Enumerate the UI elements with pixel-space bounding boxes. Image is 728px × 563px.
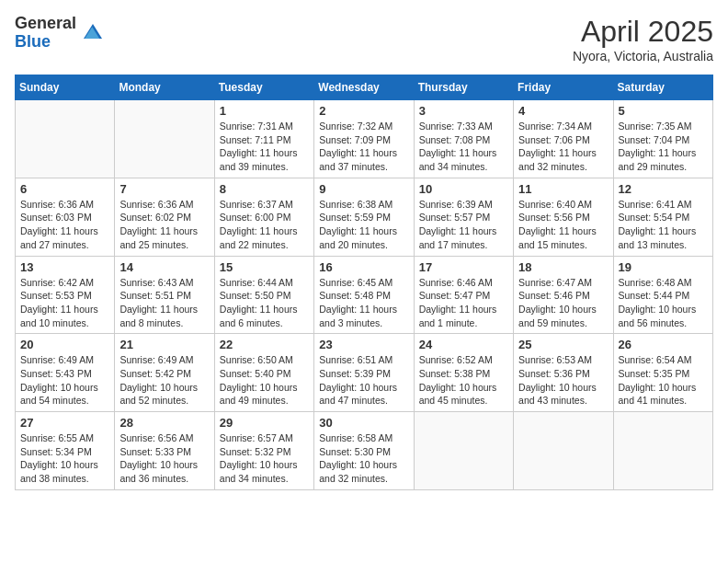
- calendar-cell: [613, 412, 712, 490]
- day-number: 25: [518, 338, 608, 351]
- day-number: 15: [220, 260, 309, 274]
- calendar-cell: 5Sunrise: 7:35 AM Sunset: 7:04 PM Daylig…: [613, 100, 712, 178]
- day-number: 16: [319, 260, 408, 274]
- day-detail: Sunrise: 6:57 AM Sunset: 5:32 PM Dayligh…: [220, 431, 309, 486]
- day-number: 19: [619, 260, 708, 274]
- day-detail: Sunrise: 6:49 AM Sunset: 5:43 PM Dayligh…: [20, 353, 109, 408]
- day-number: 2: [319, 104, 408, 118]
- calendar-cell: 6Sunrise: 6:36 AM Sunset: 6:03 PM Daylig…: [16, 178, 115, 256]
- day-detail: Sunrise: 7:33 AM Sunset: 7:08 PM Dayligh…: [419, 120, 508, 174]
- day-detail: Sunrise: 6:43 AM Sunset: 5:51 PM Dayligh…: [119, 276, 209, 330]
- calendar-cell: 2Sunrise: 7:32 AM Sunset: 7:09 PM Daylig…: [314, 100, 414, 178]
- day-detail: Sunrise: 6:41 AM Sunset: 5:54 PM Dayligh…: [619, 198, 708, 252]
- calendar-cell: 8Sunrise: 6:37 AM Sunset: 6:00 PM Daylig…: [214, 178, 313, 256]
- weekday-header-saturday: Saturday: [613, 75, 712, 100]
- day-number: 30: [319, 416, 408, 430]
- day-detail: Sunrise: 6:36 AM Sunset: 6:03 PM Dayligh…: [20, 198, 109, 252]
- calendar-cell: 21Sunrise: 6:49 AM Sunset: 5:42 PM Dayli…: [115, 334, 214, 412]
- calendar-cell: 14Sunrise: 6:43 AM Sunset: 5:51 PM Dayli…: [115, 256, 214, 334]
- day-number: 29: [220, 416, 309, 430]
- day-number: 18: [518, 260, 608, 274]
- logo-blue-text: Blue: [15, 33, 76, 52]
- calendar-week-row: 20Sunrise: 6:49 AM Sunset: 5:43 PM Dayli…: [16, 334, 713, 412]
- day-number: 6: [20, 182, 109, 196]
- day-detail: Sunrise: 6:44 AM Sunset: 5:50 PM Dayligh…: [220, 276, 309, 330]
- weekday-header-sunday: Sunday: [16, 75, 115, 100]
- day-detail: Sunrise: 6:56 AM Sunset: 5:33 PM Dayligh…: [119, 431, 209, 486]
- location: Nyora, Victoria, Australia: [573, 49, 713, 63]
- weekday-header-friday: Friday: [514, 75, 613, 100]
- day-detail: Sunrise: 6:54 AM Sunset: 5:35 PM Dayligh…: [619, 353, 708, 408]
- calendar-cell: 9Sunrise: 6:38 AM Sunset: 5:59 PM Daylig…: [314, 178, 414, 256]
- page-header: General Blue April 2025 Nyora, Victoria,…: [15, 15, 713, 63]
- calendar-cell: 23Sunrise: 6:51 AM Sunset: 5:39 PM Dayli…: [314, 334, 414, 412]
- day-number: 13: [20, 260, 109, 274]
- day-detail: Sunrise: 6:48 AM Sunset: 5:44 PM Dayligh…: [619, 276, 708, 330]
- calendar-cell: [16, 100, 115, 178]
- weekday-header-thursday: Thursday: [414, 75, 513, 100]
- calendar-cell: 22Sunrise: 6:50 AM Sunset: 5:40 PM Dayli…: [214, 334, 313, 412]
- calendar-cell: 10Sunrise: 6:39 AM Sunset: 5:57 PM Dayli…: [414, 178, 513, 256]
- day-detail: Sunrise: 6:37 AM Sunset: 6:00 PM Dayligh…: [220, 198, 309, 252]
- calendar-cell: 3Sunrise: 7:33 AM Sunset: 7:08 PM Daylig…: [414, 100, 513, 178]
- day-number: 27: [20, 416, 109, 430]
- day-number: 12: [619, 182, 708, 196]
- calendar-cell: 30Sunrise: 6:58 AM Sunset: 5:30 PM Dayli…: [314, 412, 414, 490]
- calendar-cell: 4Sunrise: 7:34 AM Sunset: 7:06 PM Daylig…: [514, 100, 613, 178]
- day-detail: Sunrise: 6:55 AM Sunset: 5:34 PM Dayligh…: [20, 431, 109, 486]
- day-detail: Sunrise: 6:42 AM Sunset: 5:53 PM Dayligh…: [20, 276, 109, 330]
- calendar-cell: 29Sunrise: 6:57 AM Sunset: 5:32 PM Dayli…: [214, 412, 313, 490]
- day-detail: Sunrise: 6:40 AM Sunset: 5:56 PM Dayligh…: [518, 198, 608, 252]
- day-number: 17: [419, 260, 508, 274]
- day-detail: Sunrise: 6:45 AM Sunset: 5:48 PM Dayligh…: [319, 276, 408, 330]
- calendar-cell: [514, 412, 613, 490]
- calendar-cell: [414, 412, 513, 490]
- calendar-cell: 16Sunrise: 6:45 AM Sunset: 5:48 PM Dayli…: [314, 256, 414, 334]
- day-detail: Sunrise: 7:32 AM Sunset: 7:09 PM Dayligh…: [319, 120, 408, 174]
- calendar-week-row: 6Sunrise: 6:36 AM Sunset: 6:03 PM Daylig…: [16, 178, 713, 256]
- day-detail: Sunrise: 6:49 AM Sunset: 5:42 PM Dayligh…: [119, 353, 209, 408]
- logo-icon: [80, 20, 106, 46]
- month-title: April 2025: [573, 15, 713, 49]
- logo: General Blue: [15, 15, 106, 52]
- calendar-cell: 7Sunrise: 6:36 AM Sunset: 6:02 PM Daylig…: [115, 178, 214, 256]
- day-number: 8: [220, 182, 309, 196]
- calendar-cell: 13Sunrise: 6:42 AM Sunset: 5:53 PM Dayli…: [16, 256, 115, 334]
- calendar-cell: 24Sunrise: 6:52 AM Sunset: 5:38 PM Dayli…: [414, 334, 513, 412]
- calendar-cell: 17Sunrise: 6:46 AM Sunset: 5:47 PM Dayli…: [414, 256, 513, 334]
- calendar-cell: 26Sunrise: 6:54 AM Sunset: 5:35 PM Dayli…: [613, 334, 712, 412]
- calendar-cell: 15Sunrise: 6:44 AM Sunset: 5:50 PM Dayli…: [214, 256, 313, 334]
- day-detail: Sunrise: 6:52 AM Sunset: 5:38 PM Dayligh…: [419, 353, 508, 408]
- day-number: 14: [119, 260, 209, 274]
- calendar-week-row: 27Sunrise: 6:55 AM Sunset: 5:34 PM Dayli…: [16, 412, 713, 490]
- weekday-header-tuesday: Tuesday: [214, 75, 313, 100]
- day-number: 24: [419, 338, 508, 351]
- day-number: 21: [119, 338, 209, 351]
- weekday-header-wednesday: Wednesday: [314, 75, 414, 100]
- day-number: 11: [518, 182, 608, 196]
- calendar-cell: 12Sunrise: 6:41 AM Sunset: 5:54 PM Dayli…: [613, 178, 712, 256]
- day-detail: Sunrise: 7:35 AM Sunset: 7:04 PM Dayligh…: [619, 120, 708, 174]
- calendar-cell: 25Sunrise: 6:53 AM Sunset: 5:36 PM Dayli…: [514, 334, 613, 412]
- calendar-table: SundayMondayTuesdayWednesdayThursdayFrid…: [15, 75, 713, 490]
- calendar-week-row: 13Sunrise: 6:42 AM Sunset: 5:53 PM Dayli…: [16, 256, 713, 334]
- day-number: 3: [419, 104, 508, 118]
- day-detail: Sunrise: 7:31 AM Sunset: 7:11 PM Dayligh…: [220, 120, 309, 174]
- day-detail: Sunrise: 6:47 AM Sunset: 5:46 PM Dayligh…: [518, 276, 608, 330]
- day-number: 28: [119, 416, 209, 430]
- day-detail: Sunrise: 6:58 AM Sunset: 5:30 PM Dayligh…: [319, 431, 408, 486]
- day-number: 4: [518, 104, 608, 118]
- day-number: 23: [319, 338, 408, 351]
- calendar-cell: 11Sunrise: 6:40 AM Sunset: 5:56 PM Dayli…: [514, 178, 613, 256]
- day-number: 20: [20, 338, 109, 351]
- calendar-cell: 19Sunrise: 6:48 AM Sunset: 5:44 PM Dayli…: [613, 256, 712, 334]
- weekday-header-row: SundayMondayTuesdayWednesdayThursdayFrid…: [16, 75, 713, 100]
- calendar-week-row: 1Sunrise: 7:31 AM Sunset: 7:11 PM Daylig…: [16, 100, 713, 178]
- day-detail: Sunrise: 6:39 AM Sunset: 5:57 PM Dayligh…: [419, 198, 508, 252]
- day-detail: Sunrise: 6:38 AM Sunset: 5:59 PM Dayligh…: [319, 198, 408, 252]
- day-number: 10: [419, 182, 508, 196]
- calendar-cell: [115, 100, 214, 178]
- title-area: April 2025 Nyora, Victoria, Australia: [573, 15, 713, 63]
- day-number: 5: [619, 104, 708, 118]
- weekday-header-monday: Monday: [115, 75, 214, 100]
